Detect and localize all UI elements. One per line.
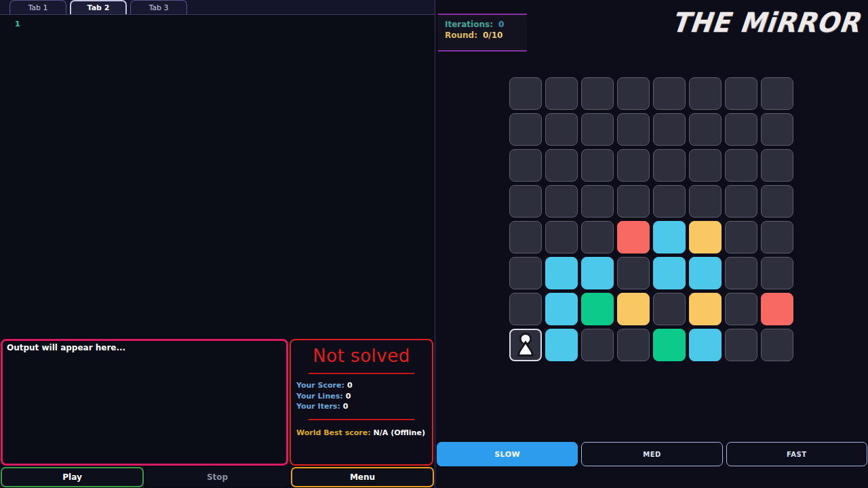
stat-score: Your Score:0 xyxy=(296,380,432,391)
grid-cell-empty xyxy=(509,185,542,218)
grid-cell-red xyxy=(617,221,650,253)
iterations-counter: Iterations:0 xyxy=(445,19,527,30)
left-control-bar: Play Stop Menu xyxy=(1,467,434,487)
grid-cell-empty xyxy=(725,185,757,218)
tab-bar: Tab 1 Tab 2 Tab 3 xyxy=(0,0,435,15)
grid-cell-empty xyxy=(725,77,757,110)
grid-cell-empty xyxy=(581,329,614,361)
grid-cell-empty xyxy=(761,329,793,361)
grid-cell-empty xyxy=(581,185,614,218)
grid-cell-cyan xyxy=(545,329,578,361)
tab-1[interactable]: Tab 1 xyxy=(9,0,66,14)
grid-cell-empty xyxy=(545,149,578,182)
grid-cell-empty xyxy=(617,149,650,182)
solve-status: Not solved xyxy=(291,346,432,366)
grid-cell-empty xyxy=(725,329,757,361)
grid-cell-empty xyxy=(617,329,650,361)
score-stats: Your Score:0 Your Lines:0 Your Iters:0 xyxy=(296,380,432,412)
stop-button[interactable]: Stop xyxy=(146,467,289,487)
grid-cell-empty xyxy=(509,221,542,253)
grid-cell-empty xyxy=(653,149,686,182)
grid-cell-cyan xyxy=(581,257,614,289)
game-grid xyxy=(509,77,793,361)
grid-cell-empty xyxy=(545,185,578,218)
player-cell xyxy=(509,329,542,361)
grid-cell-cyan xyxy=(689,329,722,361)
grid-cell-empty xyxy=(761,257,793,289)
grid-cell-cyan xyxy=(689,257,722,289)
grid-cell-empty xyxy=(761,77,793,110)
grid-cell-empty xyxy=(509,149,542,182)
grid-cell-yellow xyxy=(689,221,722,253)
grid-cell-empty xyxy=(653,77,686,110)
grid-cell-empty xyxy=(581,113,614,146)
grid-cell-empty xyxy=(689,77,722,110)
grid-cell-empty xyxy=(761,221,793,253)
grid-cell-empty xyxy=(653,185,686,218)
grid-cell-cyan xyxy=(545,257,578,289)
grid-cell-empty xyxy=(725,257,757,289)
player-pawn-icon xyxy=(513,331,538,359)
results-divider-2 xyxy=(309,419,414,420)
grid-cell-empty xyxy=(725,149,757,182)
grid-cell-empty xyxy=(545,77,578,110)
grid-cell-yellow xyxy=(689,293,722,325)
app-window: Tab 1 Tab 2 Tab 3 1 Output will appear h… xyxy=(0,0,868,488)
stat-iters: Your Iters:0 xyxy=(296,401,432,412)
hud-box: Iterations:0 Round:0/10 xyxy=(438,14,527,52)
grid-cell-green xyxy=(581,293,614,325)
editor-line-number: 1 xyxy=(0,15,435,28)
grid-cell-empty xyxy=(581,77,614,110)
speed-fast-button[interactable]: FAST xyxy=(726,442,867,466)
grid-cell-green xyxy=(653,329,686,361)
grid-cell-cyan xyxy=(653,257,686,289)
game-panel: Iterations:0 Round:0/10 THE MiRROR SLOW … xyxy=(435,0,868,488)
grid-cell-empty xyxy=(545,221,578,253)
grid-cell-empty xyxy=(509,77,542,110)
game-logo: THE MiRROR xyxy=(670,7,861,38)
grid-cell-yellow xyxy=(617,293,650,325)
code-editor[interactable]: 1 xyxy=(0,15,435,338)
grid-cell-empty xyxy=(653,113,686,146)
grid-cell-empty xyxy=(761,113,793,146)
grid-cell-empty xyxy=(761,185,793,218)
world-best-score: World Best score:N/A (Offline) xyxy=(296,428,432,437)
play-button[interactable]: Play xyxy=(1,467,144,487)
speed-control-bar: SLOW MED FAST xyxy=(437,442,867,466)
grid-cell-empty xyxy=(509,293,542,325)
grid-cell-empty xyxy=(617,77,650,110)
grid-cell-empty xyxy=(617,257,650,289)
grid-cell-empty xyxy=(509,257,542,289)
results-panel: Not solved Your Score:0 Your Lines:0 You… xyxy=(290,339,433,466)
tab-2[interactable]: Tab 2 xyxy=(70,0,127,14)
round-counter: Round:0/10 xyxy=(445,30,527,41)
speed-med-button[interactable]: MED xyxy=(581,442,722,466)
grid-cell-empty xyxy=(725,221,757,253)
grid-cell-empty xyxy=(689,185,722,218)
grid-cell-empty xyxy=(725,293,757,325)
grid-cell-empty xyxy=(545,113,578,146)
grid-cell-empty xyxy=(725,113,757,146)
grid-cell-empty xyxy=(581,149,614,182)
grid-cell-cyan xyxy=(545,293,578,325)
output-placeholder: Output will appear here... xyxy=(7,343,125,352)
grid-cell-empty xyxy=(689,113,722,146)
grid-cell-empty xyxy=(509,113,542,146)
stat-lines: Your Lines:0 xyxy=(296,391,432,402)
grid-cell-empty xyxy=(617,113,650,146)
grid-cell-empty xyxy=(581,221,614,253)
output-panel: Output will appear here... xyxy=(1,339,288,466)
results-divider xyxy=(309,373,414,374)
grid-cell-red xyxy=(761,293,793,325)
grid-cell-empty xyxy=(653,293,686,325)
grid-cell-empty xyxy=(689,149,722,182)
menu-button[interactable]: Menu xyxy=(291,467,434,487)
tab-3[interactable]: Tab 3 xyxy=(130,0,187,14)
speed-slow-button[interactable]: SLOW xyxy=(437,442,578,466)
grid-cell-cyan xyxy=(653,221,686,253)
grid-cell-empty xyxy=(761,149,793,182)
grid-cell-empty xyxy=(617,185,650,218)
